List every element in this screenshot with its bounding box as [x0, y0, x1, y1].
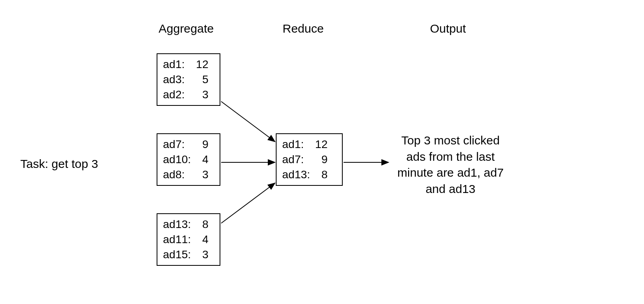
kv-row: ad7:9	[282, 153, 336, 166]
kv-key: ad11:	[163, 233, 194, 246]
kv-row: ad2:3	[163, 88, 214, 101]
kv-row: ad15:3	[163, 248, 214, 261]
aggregate-box-1: ad1:12 ad3:5 ad2:3	[157, 53, 220, 106]
output-text: Top 3 most clicked ads from the last min…	[392, 133, 509, 197]
output-header: Output	[430, 22, 466, 35]
aggregate-box-2: ad7:9 ad10:4 ad8:3	[157, 133, 220, 186]
task-label: Task: get top 3	[20, 157, 98, 171]
kv-value: 12	[194, 58, 208, 71]
kv-key: ad3:	[163, 73, 194, 86]
aggregate-box-3: ad13:8 ad11:4 ad15:3	[157, 213, 220, 266]
kv-value: 4	[194, 233, 208, 246]
kv-value: 8	[194, 218, 208, 231]
kv-key: ad7:	[163, 138, 194, 151]
kv-value: 3	[194, 88, 208, 101]
kv-value: 3	[194, 248, 208, 261]
reduce-header: Reduce	[283, 22, 324, 35]
kv-value: 9	[313, 153, 328, 166]
kv-key: ad1:	[163, 58, 194, 71]
kv-key: ad1:	[282, 138, 313, 151]
arrow-agg1-to-reduce	[221, 101, 275, 142]
kv-value: 5	[194, 73, 208, 86]
kv-row: ad1:12	[163, 58, 214, 71]
kv-row: ad1:12	[282, 138, 336, 151]
kv-value: 9	[194, 138, 208, 151]
kv-row: ad7:9	[163, 138, 214, 151]
arrow-agg3-to-reduce	[221, 183, 275, 223]
kv-row: ad13:8	[282, 168, 336, 181]
kv-value: 12	[313, 138, 328, 151]
kv-key: ad7:	[282, 153, 313, 166]
kv-key: ad2:	[163, 88, 194, 101]
kv-row: ad10:4	[163, 153, 214, 166]
kv-row: ad8:3	[163, 168, 214, 181]
kv-key: ad15:	[163, 248, 194, 261]
kv-value: 3	[194, 168, 208, 181]
kv-value: 4	[194, 153, 208, 166]
aggregate-header: Aggregate	[159, 22, 214, 35]
kv-row: ad3:5	[163, 73, 214, 86]
kv-key: ad13:	[163, 218, 194, 231]
kv-row: ad13:8	[163, 218, 214, 231]
kv-key: ad8:	[163, 168, 194, 181]
kv-key: ad10:	[163, 153, 194, 166]
kv-row: ad11:4	[163, 233, 214, 246]
reduce-box: ad1:12 ad7:9 ad13:8	[276, 133, 343, 186]
kv-value: 8	[313, 168, 328, 181]
kv-key: ad13:	[282, 168, 313, 181]
